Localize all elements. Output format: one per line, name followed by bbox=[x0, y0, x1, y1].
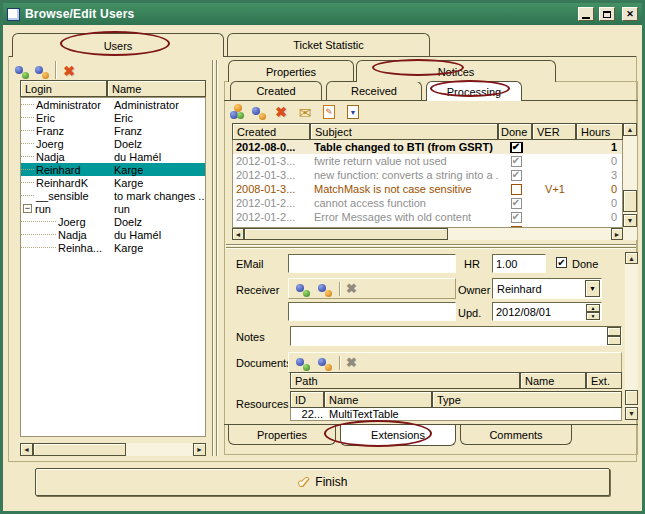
horizontal-splitter[interactable] bbox=[226, 244, 636, 245]
tab-users[interactable]: Users bbox=[12, 33, 224, 57]
tab-received[interactable]: Received bbox=[326, 81, 422, 100]
notice-done-checkbox[interactable]: ✔ bbox=[511, 170, 522, 181]
table-hscroll-right-button[interactable]: ► bbox=[611, 228, 623, 240]
form-vscroll-thumb[interactable] bbox=[625, 390, 638, 405]
user-list-item[interactable]: Joerg Doelz bbox=[21, 137, 205, 150]
minimize-button[interactable] bbox=[578, 7, 594, 21]
notices-table-body[interactable]: 2012-08-0... Table changed to BTI (from … bbox=[232, 140, 623, 228]
notes-field[interactable] bbox=[290, 326, 622, 346]
send-mail-button[interactable]: ✉ bbox=[296, 103, 314, 121]
link-user-button[interactable] bbox=[33, 62, 51, 80]
tab-comments[interactable]: Comments bbox=[460, 425, 572, 445]
delete-receiver-button-disabled[interactable]: ✖ bbox=[346, 281, 357, 296]
res-header-type[interactable]: Type bbox=[432, 391, 622, 408]
docs-header-name[interactable]: Name bbox=[520, 372, 586, 389]
hr-field[interactable] bbox=[492, 254, 546, 273]
vertical-splitter-2[interactable] bbox=[216, 60, 217, 456]
notice-row[interactable]: 2012-01-3... new function: converts a st… bbox=[233, 168, 622, 182]
table-vscroll-thumb[interactable] bbox=[623, 190, 637, 212]
delete-notice-button[interactable]: ✖ bbox=[272, 103, 290, 121]
column-header-name[interactable]: Name bbox=[107, 80, 206, 97]
user-list-item[interactable]: Joerg Doelz bbox=[21, 215, 205, 228]
notice-row[interactable]: 2008-01-3... MatchMask is not case sensi… bbox=[233, 182, 622, 196]
notice-done-checkbox[interactable] bbox=[511, 184, 522, 195]
user-list-item[interactable]: Administrator Administrator bbox=[21, 98, 205, 111]
user-list-item[interactable]: Reinhard Karge bbox=[21, 163, 205, 176]
table-hscroll-thumb[interactable] bbox=[244, 228, 448, 240]
report-button[interactable]: ▼ bbox=[344, 103, 362, 121]
column-header-login[interactable]: Login bbox=[20, 80, 107, 97]
finish-button[interactable]: ✔ Finish bbox=[35, 468, 610, 496]
user-list-item[interactable]: Franz Franz bbox=[21, 124, 205, 137]
link-notice-button[interactable] bbox=[250, 103, 268, 121]
table-vscroll-down-button[interactable]: ▼ bbox=[623, 214, 637, 227]
owner-dropdown-button[interactable]: ▼ bbox=[585, 280, 600, 297]
titlebar[interactable]: Browse/Edit Users ✕ bbox=[3, 3, 642, 25]
notice-done-checkbox[interactable]: ✔ bbox=[511, 212, 522, 223]
col-header-created[interactable]: Created bbox=[232, 123, 310, 140]
form-vscroll-up-button[interactable]: ▲ bbox=[625, 252, 638, 264]
add-receiver-button[interactable] bbox=[295, 281, 311, 297]
new-notice-button[interactable] bbox=[228, 103, 246, 121]
horizontal-splitter-2[interactable] bbox=[226, 247, 636, 248]
maximize-button[interactable] bbox=[599, 7, 615, 21]
notice-done-checkbox[interactable]: ✔ bbox=[511, 198, 522, 209]
close-button[interactable]: ✕ bbox=[622, 7, 638, 21]
table-vscroll-up-button[interactable]: ▲ bbox=[623, 123, 637, 136]
user-list-item[interactable]: −run run bbox=[21, 202, 205, 215]
left-hscroll-thumb[interactable] bbox=[33, 443, 126, 456]
docs-header-ext[interactable]: Ext. bbox=[586, 372, 622, 389]
tab-properties[interactable]: Properties bbox=[228, 60, 354, 82]
done-checkbox[interactable]: ✔ bbox=[556, 257, 567, 268]
resources-row[interactable]: 22... MultiTextTable bbox=[290, 408, 622, 421]
user-list-item[interactable]: Eric Eric bbox=[21, 111, 205, 124]
col-header-ver[interactable]: VER bbox=[532, 123, 576, 140]
notice-done-checkbox[interactable]: ✔ bbox=[511, 156, 522, 167]
left-hscroll-left-button[interactable]: ◄ bbox=[20, 443, 33, 456]
col-header-subject[interactable]: Subject bbox=[310, 123, 498, 140]
notes-scroll-down-button[interactable] bbox=[607, 336, 621, 345]
upd-spin-down-button[interactable]: ▼ bbox=[586, 312, 600, 320]
notice-row[interactable]: 2012-01-3... fwrite return value not use… bbox=[233, 154, 622, 168]
tree-expander-icon[interactable]: − bbox=[23, 204, 32, 213]
notice-row[interactable]: 2012-01-2... Error Messages with old con… bbox=[233, 210, 622, 224]
owner-label: Owner bbox=[458, 284, 490, 296]
docs-header-path[interactable]: Path bbox=[290, 372, 520, 389]
notice-hours: 1 bbox=[577, 141, 620, 153]
user-list-item[interactable]: Nadja du Hamél bbox=[21, 150, 205, 163]
upd-spin-up-button[interactable]: ▲ bbox=[586, 304, 600, 312]
link-document-button[interactable] bbox=[317, 355, 333, 371]
tab-ticket-statistic[interactable]: Ticket Statistic bbox=[227, 33, 430, 56]
email-field[interactable] bbox=[288, 254, 456, 273]
col-header-hours[interactable]: Hours bbox=[576, 123, 623, 140]
user-list-item[interactable]: Nadja du Hamél bbox=[21, 228, 205, 241]
link-receiver-button[interactable] bbox=[317, 281, 333, 297]
notes-scroll-up-button[interactable] bbox=[607, 327, 621, 336]
tab-created[interactable]: Created bbox=[230, 81, 322, 100]
tab-processing[interactable]: Processing bbox=[426, 81, 522, 101]
col-header-done[interactable]: Done bbox=[498, 123, 532, 140]
receiver-toolbar: ✖ bbox=[288, 278, 456, 299]
user-tree-list[interactable]: Administrator Administrator Eric Eric Fr… bbox=[20, 97, 206, 437]
edit-notice-button[interactable]: ✎ bbox=[320, 103, 338, 121]
user-list-item[interactable]: ReinhardK Karge bbox=[21, 176, 205, 189]
add-document-button[interactable] bbox=[295, 355, 311, 371]
delete-document-button-disabled[interactable]: ✖ bbox=[346, 355, 357, 370]
tab-properties-bottom[interactable]: Properties bbox=[228, 425, 336, 445]
notice-done-checkbox[interactable]: ✔ bbox=[511, 142, 522, 153]
add-user-button[interactable] bbox=[13, 62, 31, 80]
user-list-item[interactable]: __sensible to mark changes ... bbox=[21, 189, 205, 202]
form-vscroll-down-button[interactable]: ▼ bbox=[625, 407, 638, 420]
user-list-item[interactable]: Reinha... Karge bbox=[21, 241, 205, 254]
notice-row[interactable]: 2012-01-2... cannot access function ✔ 0 bbox=[233, 196, 622, 210]
tab-extensions[interactable]: Extensions bbox=[340, 425, 456, 446]
notice-row[interactable]: 2012-08-0... Table changed to BTI (from … bbox=[233, 140, 622, 154]
res-header-name[interactable]: Name bbox=[324, 391, 432, 408]
vertical-splitter[interactable] bbox=[212, 60, 213, 456]
tab-notices[interactable]: Notices bbox=[356, 60, 556, 82]
table-hscroll-left-button[interactable]: ◄ bbox=[232, 228, 244, 240]
delete-user-button[interactable]: ✖ bbox=[60, 62, 78, 80]
left-hscroll-right-button[interactable]: ► bbox=[193, 443, 206, 456]
res-header-id[interactable]: ID bbox=[290, 391, 324, 408]
receiver-field[interactable] bbox=[288, 302, 456, 321]
